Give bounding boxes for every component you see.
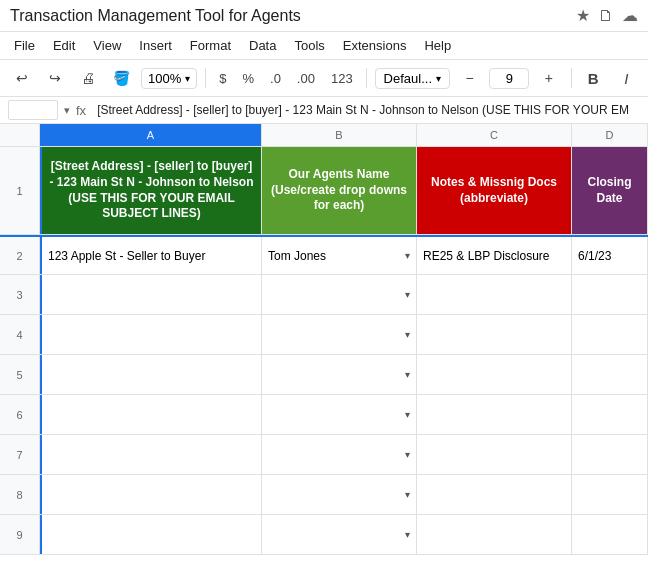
cell-c7[interactable] [417,435,572,474]
data-row-6: 6 ▾ [0,395,648,435]
cell-c1[interactable]: Notes & Missnig Docs (abbreviate) [417,147,572,234]
decimal-dec-button[interactable]: .0 [265,68,286,89]
cell-b9[interactable]: ▾ [262,515,417,554]
menu-extensions[interactable]: Extensions [335,34,415,57]
cell-a8[interactable] [40,475,262,514]
font-size-123-label: 123 [326,68,358,89]
currency-button[interactable]: $ [214,68,231,89]
cell-b6[interactable]: ▾ [262,395,417,434]
zoom-selector[interactable]: 100% ▾ [141,68,197,89]
percent-button[interactable]: % [237,68,259,89]
print-button[interactable]: 🖨 [75,64,102,92]
data-row-3: 3 ▾ [0,275,648,315]
cell-a6[interactable] [40,395,262,434]
col-header-c[interactable]: C [417,124,572,146]
menu-edit[interactable]: Edit [45,34,83,57]
header-data-row: 1 [Street Address] - [seller] to [buyer]… [0,147,648,235]
cell-a2-value: 123 Apple St - Seller to Buyer [48,249,205,263]
menu-file[interactable]: File [6,34,43,57]
cell-d8[interactable] [572,475,648,514]
cell-d6[interactable] [572,395,648,434]
italic-button[interactable]: I [613,64,640,92]
currency-label: $ [219,71,226,86]
cell-b8[interactable]: ▾ [262,475,417,514]
cell-d2[interactable]: 6/1/23 [572,237,648,274]
cell-b5[interactable]: ▾ [262,355,417,394]
font-name-value: Defaul... [384,71,432,86]
cell-d1[interactable]: Closing Date [572,147,648,234]
cell-c6[interactable] [417,395,572,434]
cell-c2-value: RE25 & LBP Disclosure [423,249,550,263]
menu-data[interactable]: Data [241,34,284,57]
dropdown-arrow-b4[interactable]: ▾ [405,329,410,340]
cell-d4[interactable] [572,315,648,354]
cell-a5[interactable] [40,355,262,394]
menu-insert[interactable]: Insert [131,34,180,57]
dropdown-arrow-b3[interactable]: ▾ [405,289,410,300]
cell-c2[interactable]: RE25 & LBP Disclosure [417,237,572,274]
row-num-corner [0,124,40,146]
paint-button[interactable]: 🪣 [108,64,135,92]
cell-a3[interactable] [40,275,262,314]
cell-reference-input[interactable] [8,100,58,120]
divider-3 [571,68,572,88]
font-name-selector[interactable]: Defaul... ▾ [375,68,450,89]
decimal-inc-button[interactable]: .00 [292,68,320,89]
font-size-value: 9 [506,71,513,86]
cell-b3[interactable]: ▾ [262,275,417,314]
menu-tools[interactable]: Tools [286,34,332,57]
cell-a9[interactable] [40,515,262,554]
menu-view[interactable]: View [85,34,129,57]
dropdown-arrow-b2[interactable]: ▾ [405,250,410,261]
cell-d7[interactable] [572,435,648,474]
dropdown-arrow-b8[interactable]: ▾ [405,489,410,500]
menu-bar: File Edit View Insert Format Data Tools … [0,32,648,60]
font-size-plus-button[interactable]: + [535,64,562,92]
doc-icon[interactable]: 🗋 [598,7,614,25]
dropdown-arrow-b7[interactable]: ▾ [405,449,410,460]
undo-button[interactable]: ↩ [8,64,35,92]
col-header-a[interactable]: A [40,124,262,146]
formula-bar: ▾ fx [Street Address] - [seller] to [buy… [0,97,648,124]
font-size-minus-button[interactable]: − [456,64,483,92]
cell-a4[interactable] [40,315,262,354]
cell-a2[interactable]: 123 Apple St - Seller to Buyer [40,237,262,274]
menu-help[interactable]: Help [416,34,459,57]
cell-c4[interactable] [417,315,572,354]
cell-d5[interactable] [572,355,648,394]
title-icons: ★ 🗋 ☁ [576,6,638,25]
cell-a7[interactable] [40,435,262,474]
data-row-8: 8 ▾ [0,475,648,515]
cell-a1[interactable]: [Street Address] - [seller] to [buyer] -… [40,147,262,234]
bold-button[interactable]: B [580,64,607,92]
dropdown-arrow-b5[interactable]: ▾ [405,369,410,380]
cell-b4[interactable]: ▾ [262,315,417,354]
dropdown-arrow-b6[interactable]: ▾ [405,409,410,420]
row-num-6: 6 [0,395,40,434]
col-header-d[interactable]: D [572,124,648,146]
expand-icon[interactable]: ▾ [64,104,70,117]
cell-d3[interactable] [572,275,648,314]
menu-format[interactable]: Format [182,34,239,57]
cell-c5[interactable] [417,355,572,394]
col-header-b[interactable]: B [262,124,417,146]
cloud-icon[interactable]: ☁ [622,6,638,25]
cell-c3[interactable] [417,275,572,314]
data-row-5: 5 ▾ [0,355,648,395]
spreadsheet: A B C D E 1 [Street Address] - [seller] … [0,124,648,555]
cell-b1[interactable]: Our Agents Name (Use/create drop downs f… [262,147,417,234]
dropdown-arrow-b9[interactable]: ▾ [405,529,410,540]
cell-b2[interactable]: Tom Jones ▾ [262,237,417,274]
grid-body: 1 [Street Address] - [seller] to [buyer]… [0,147,648,555]
fx-label: fx [76,103,86,118]
formula-content[interactable]: [Street Address] - [seller] to [buyer] -… [92,100,640,120]
data-row-7: 7 ▾ [0,435,648,475]
cell-c9[interactable] [417,515,572,554]
cell-b7[interactable]: ▾ [262,435,417,474]
font-size-input[interactable]: 9 [489,68,529,89]
cell-d9[interactable] [572,515,648,554]
redo-button[interactable]: ↪ [41,64,68,92]
star-icon[interactable]: ★ [576,6,590,25]
cell-c8[interactable] [417,475,572,514]
column-headers: A B C D E [0,124,648,147]
